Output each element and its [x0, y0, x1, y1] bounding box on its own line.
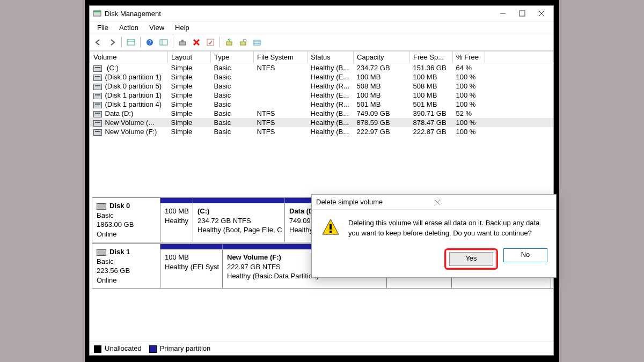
- volume-row[interactable]: (C:)SimpleBasicNTFSHealthy (B...234.72 G…: [90, 63, 553, 73]
- volume-row[interactable]: (Disk 1 partition 1)SimpleBasicHealthy (…: [90, 91, 553, 100]
- svg-rect-1: [93, 11, 101, 12]
- menubar: File Action View Help: [90, 21, 553, 34]
- svg-rect-25: [330, 224, 332, 230]
- disk-1-header[interactable]: Disk 1 Basic 223.56 GB Online: [92, 244, 160, 288]
- menu-action[interactable]: Action: [115, 23, 143, 33]
- col-type[interactable]: Type: [211, 51, 254, 63]
- close-button[interactable]: [532, 6, 551, 21]
- app-icon: [93, 9, 101, 18]
- action1-button[interactable]: [223, 36, 236, 49]
- properties-button[interactable]: [204, 36, 217, 49]
- dialog-message: Deleting this volume will erase all data…: [348, 218, 546, 239]
- warning-icon: [321, 218, 340, 237]
- yes-button[interactable]: Yes: [449, 252, 493, 266]
- disk-0-header[interactable]: Disk 0 Basic 1863.00 GB Online: [92, 198, 160, 242]
- svg-rect-12: [179, 42, 186, 45]
- partition[interactable]: 100 MBHealthy: [160, 197, 193, 242]
- svg-rect-3: [519, 11, 525, 16]
- partition[interactable]: (C:)234.72 GB NTFSHealthy (Boot, Page Fi…: [193, 197, 285, 242]
- show-hide-console-button[interactable]: [125, 36, 137, 49]
- action2-button[interactable]: [237, 36, 250, 49]
- menu-view[interactable]: View: [145, 23, 169, 33]
- legend-primary-swatch: [149, 345, 157, 353]
- disk-management-window: Disk Management File Action View Help ?: [89, 5, 554, 356]
- volume-row[interactable]: New Volume (F:)SimpleBasicNTFSHealthy (B…: [90, 127, 553, 136]
- maximize-button[interactable]: [513, 6, 532, 21]
- svg-rect-6: [127, 40, 135, 45]
- toolbar: ?: [90, 34, 553, 51]
- window-title: Disk Management: [105, 10, 493, 18]
- dialog-titlebar[interactable]: Delete simple volume: [312, 195, 556, 210]
- svg-rect-17: [226, 42, 232, 45]
- refresh-button[interactable]: [157, 36, 170, 49]
- col-volume[interactable]: Volume: [90, 51, 168, 63]
- col-status[interactable]: Status: [308, 51, 354, 63]
- volume-row[interactable]: Data (D:)SimpleBasicNTFSHealthy (B...749…: [90, 109, 553, 118]
- col-pctfree[interactable]: % Free: [453, 51, 485, 63]
- legend-unallocated-swatch: [94, 345, 101, 353]
- partition[interactable]: 100 MBHealthy (EFI Syst: [160, 243, 223, 289]
- menu-file[interactable]: File: [93, 23, 113, 33]
- dialog-close-button[interactable]: [432, 199, 552, 205]
- forward-button[interactable]: [106, 36, 119, 49]
- svg-text:?: ?: [148, 40, 151, 46]
- volume-row[interactable]: (Disk 1 partition 4)SimpleBasicHealthy (…: [90, 100, 553, 109]
- titlebar[interactable]: Disk Management: [90, 6, 553, 21]
- svg-rect-26: [330, 231, 332, 233]
- col-freespace[interactable]: Free Sp...: [410, 51, 453, 63]
- delete-volume-dialog: Delete simple volume Deleting this volum…: [311, 194, 557, 278]
- col-layout[interactable]: Layout: [168, 51, 211, 63]
- disk-icon: [97, 249, 106, 256]
- svg-rect-20: [254, 40, 260, 45]
- help-button[interactable]: ?: [143, 36, 156, 49]
- volume-row[interactable]: New Volume (...SimpleBasicNTFSHealthy (B…: [90, 118, 553, 127]
- back-button[interactable]: [92, 36, 105, 49]
- svg-rect-10: [160, 40, 167, 45]
- col-capacity[interactable]: Capacity: [354, 51, 410, 63]
- volume-row[interactable]: (Disk 0 partition 5)SimpleBasicHealthy (…: [90, 82, 553, 91]
- legend: Unallocated Primary partition: [90, 342, 553, 355]
- volume-list[interactable]: Volume Layout Type File System Status Ca…: [90, 51, 553, 196]
- minimize-button[interactable]: [493, 6, 513, 21]
- disk-icon: [97, 203, 106, 210]
- col-filesystem[interactable]: File System: [254, 51, 308, 63]
- menu-help[interactable]: Help: [171, 23, 194, 33]
- volume-row[interactable]: (Disk 0 partition 1)SimpleBasicHealthy (…: [90, 72, 553, 82]
- yes-button-highlight: Yes: [444, 248, 498, 270]
- volume-list-header[interactable]: Volume Layout Type File System Status Ca…: [90, 51, 553, 63]
- action3-button[interactable]: [251, 36, 264, 49]
- svg-rect-13: [181, 40, 184, 42]
- no-button[interactable]: No: [503, 248, 547, 262]
- settings-button[interactable]: [176, 36, 189, 49]
- delete-button[interactable]: [190, 36, 203, 49]
